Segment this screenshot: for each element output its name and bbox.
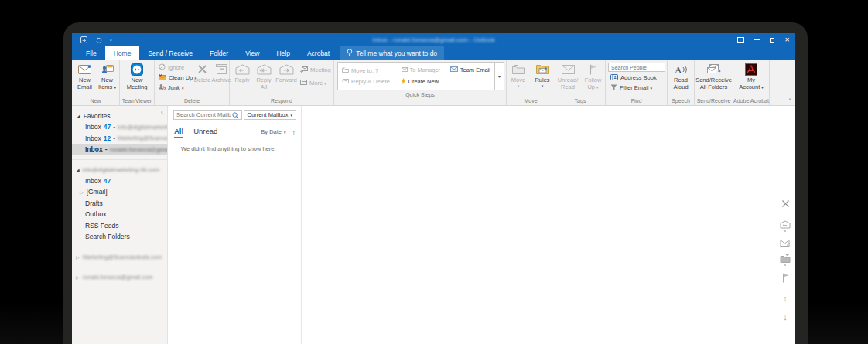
collapsed-account-2[interactable]: ▷ ronald.fonseca@gmail.com	[72, 271, 167, 283]
to-manager-icon	[401, 66, 408, 73]
favorite-inbox-1[interactable]: Inbox 47 - info@digitalmarketing-96.com	[72, 121, 167, 133]
ignore-button[interactable]: Ignore	[156, 63, 193, 73]
reply-all-button[interactable]: Reply All	[253, 60, 275, 90]
tab-view[interactable]: View	[237, 46, 268, 60]
lightbulb-icon	[347, 49, 353, 58]
divider	[72, 267, 167, 267]
collapse-ribbon-icon[interactable]: ^	[788, 97, 791, 104]
collapsed-triangle-icon[interactable]: ▷	[76, 274, 80, 280]
delete-button[interactable]: Delete	[193, 60, 211, 84]
filter-tab-unread[interactable]: Unread	[193, 127, 217, 135]
folder-gmail[interactable]: ▷ [Gmail]	[72, 186, 167, 198]
search-people-input[interactable]	[611, 65, 662, 70]
group-label-move: Move	[507, 97, 555, 105]
rules-button[interactable]: Rules ▾	[531, 60, 553, 87]
junk-button[interactable]: Junk ▾	[156, 83, 193, 93]
quick-steps-gallery-dropdown[interactable]: ▾	[494, 63, 504, 90]
sort-by-date-dropdown[interactable]: By Date ∨	[261, 128, 286, 135]
title-bar: ▾ Inbox - ronald.fonseca@gmail.com - Out…	[72, 33, 795, 46]
forward-button[interactable]: Forward	[275, 60, 298, 84]
favorite-inbox-3-selected[interactable]: Inbox - ronald.fonseca@gmail.com	[72, 144, 167, 155]
tab-send-receive[interactable]: Send / Receive	[139, 46, 201, 60]
new-meeting-button[interactable]: New Meeting	[122, 60, 152, 90]
sort-order-icon[interactable]: ↑	[292, 128, 296, 136]
group-label-new: New	[72, 97, 119, 105]
meeting-button[interactable]: Meeting	[298, 65, 332, 75]
dropdown-arrow-icon: ▾	[651, 86, 653, 90]
reply-icon	[235, 62, 250, 77]
close-icon[interactable]: ✕	[784, 37, 790, 43]
search-people-box[interactable]	[608, 63, 665, 72]
collapsed-triangle-icon[interactable]: ▷	[76, 254, 80, 260]
touch-action-bar: ↑ ↓	[780, 199, 791, 331]
address-book-button[interactable]: Address Book	[608, 73, 659, 83]
folder-rss-feeds[interactable]: RSS Feeds	[72, 220, 167, 232]
quick-step-reply-delete[interactable]: Reply & Delete	[342, 78, 393, 85]
outlook-window: ▾ Inbox - ronald.fonseca@gmail.com - Out…	[72, 33, 795, 344]
ribbon-display-options-icon[interactable]	[737, 37, 744, 43]
folder-outbox[interactable]: Outbox	[72, 209, 167, 220]
tab-file[interactable]: File	[77, 46, 105, 60]
divider	[72, 247, 167, 247]
clean-up-button[interactable]: Clean Up ▾	[156, 73, 193, 83]
unread-read-button[interactable]: Unread/ Read	[556, 60, 580, 90]
collapsed-account-1[interactable]: ▷ Marketing@5canvasdeals.com	[72, 251, 167, 263]
favorite-inbox-2[interactable]: Inbox 12 - Marketing@5canvasdeals.com	[72, 133, 167, 145]
follow-up-button[interactable]: Follow Up ▾	[582, 60, 605, 90]
account-header[interactable]: ◢ info@digitalmarketing-96.com	[72, 164, 167, 175]
forward-action-button[interactable]	[780, 239, 791, 247]
restore-icon[interactable]	[770, 38, 774, 43]
move-to-folder-button[interactable]	[780, 254, 791, 266]
ribbon-tab-row: File Home Send / Receive Folder View Hel…	[72, 46, 795, 60]
quick-steps-dialog-launcher-icon[interactable]	[499, 99, 504, 104]
quick-step-create-new[interactable]: Create New	[401, 78, 443, 86]
reply-action-button[interactable]	[780, 220, 791, 232]
more-respond-icon	[300, 80, 307, 87]
delete-item-button[interactable]	[781, 199, 790, 208]
quick-step-to-manager[interactable]: To Manager	[401, 66, 443, 73]
flag-item-button[interactable]	[781, 273, 790, 283]
new-items-button[interactable]: New Items ▾	[96, 60, 118, 90]
my-account-button[interactable]: My Account ▾	[738, 60, 764, 90]
customize-qat-icon[interactable]: ▾	[110, 38, 112, 43]
more-button[interactable]: More ▾	[298, 78, 332, 88]
search-mailbox-input[interactable]	[176, 111, 231, 118]
filter-email-button[interactable]: Filter Email ▾	[608, 83, 654, 93]
favorites-header[interactable]: ◢ Favorites	[72, 110, 167, 121]
new-email-button[interactable]: New Email	[73, 60, 96, 90]
group-label-quick-steps: Quick Steps	[334, 90, 506, 99]
dropdown-arrow-icon: ▾	[182, 86, 184, 90]
reply-button[interactable]: Reply	[231, 60, 253, 84]
folder-inbox[interactable]: Inbox 47	[72, 175, 167, 187]
send-receive-all-folders-button[interactable]: Send/Receive All Folders	[696, 60, 732, 90]
group-label-adobe-acrobat: Adobe Acrobat	[733, 97, 769, 105]
tell-me-box[interactable]: Tell me what you want to do	[340, 46, 444, 60]
collapsed-triangle-icon[interactable]: ▷	[80, 189, 84, 195]
send-receive-status-icon[interactable]	[80, 36, 87, 43]
minimize-icon[interactable]	[754, 39, 760, 40]
search-scope-dropdown[interactable]: Current Mailbox ▾	[244, 110, 296, 120]
folder-drafts[interactable]: Drafts	[72, 198, 167, 209]
new-items-icon	[101, 62, 114, 77]
tab-folder[interactable]: Folder	[201, 46, 237, 60]
group-label-teamviewer: TeamViewer	[120, 97, 154, 105]
folder-search-folders[interactable]: Search Folders	[72, 231, 167, 243]
search-icon[interactable]	[232, 108, 239, 122]
tab-home[interactable]: Home	[105, 46, 140, 60]
undo-icon[interactable]	[95, 37, 102, 43]
reply-icon	[780, 220, 791, 229]
tab-help[interactable]: Help	[268, 46, 298, 60]
previous-item-icon[interactable]: ↑	[783, 294, 788, 303]
tab-acrobat[interactable]: Acrobat	[299, 46, 338, 60]
move-button[interactable]: Move ▾	[508, 60, 528, 87]
minimize-folder-pane-icon[interactable]: ‹	[161, 108, 163, 116]
archive-button[interactable]: Archive	[211, 60, 231, 84]
read-aloud-button[interactable]: A Read Aloud	[669, 60, 692, 90]
search-mailbox-box[interactable]	[173, 110, 242, 120]
next-item-icon[interactable]: ↓	[783, 312, 788, 322]
quick-step-team-email[interactable]: Team Email	[450, 66, 490, 73]
svg-text:A: A	[675, 64, 682, 75]
quick-step-move-to[interactable]: Move to: ?	[342, 67, 393, 74]
filter-tab-all[interactable]: All	[174, 127, 183, 138]
reply-all-icon	[257, 62, 272, 77]
